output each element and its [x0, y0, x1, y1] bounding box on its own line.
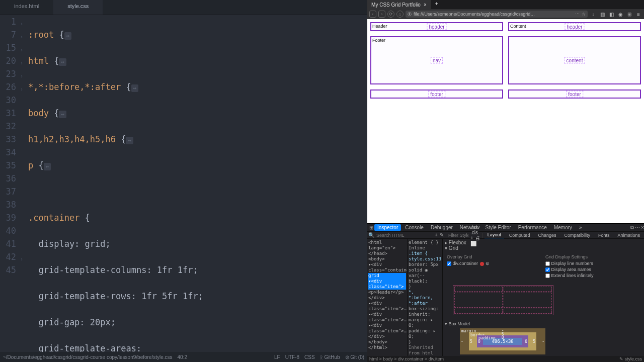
- opt-extend-lines[interactable]: Extend lines infinitely: [545, 273, 640, 278]
- gutter: 1 7 15 20 23 26 30 31 32 33 34 35 36 37 …: [0, 15, 20, 352]
- subtab-compat[interactable]: Compatibility: [561, 232, 593, 238]
- url-bar[interactable]: 🛈 file:///Users/someone/Documents/egghea…: [406, 11, 588, 18]
- library-icon[interactable]: ▥: [599, 12, 606, 17]
- grid-area-label: header: [427, 24, 446, 30]
- account-icon[interactable]: ◉: [617, 12, 624, 17]
- search-html-input[interactable]: [376, 233, 433, 238]
- lock-icon: 🛈: [408, 12, 412, 17]
- browser-chrome: My CSS Grid Portfolio × + ‹ › ⟳ ⌂ 🛈 file…: [367, 0, 644, 19]
- download-icon[interactable]: ↓: [590, 12, 597, 17]
- back-button[interactable]: ‹: [369, 11, 376, 18]
- grid-area-label: header: [565, 24, 584, 30]
- grid-cell: footer: [370, 89, 503, 99]
- tab-console[interactable]: Console: [402, 224, 427, 231]
- forward-button[interactable]: ›: [378, 11, 385, 18]
- tab-performance[interactable]: Performance: [515, 224, 550, 231]
- box-model-section: ▾ Box Model margin --- border 555: [445, 321, 642, 354]
- flexbox-section[interactable]: ▸ Flexbox: [445, 240, 642, 245]
- overlay-grid-header: Overlay Grid: [447, 254, 541, 259]
- grid-section[interactable]: ▾ Grid: [445, 245, 642, 251]
- subtab-fonts[interactable]: Fonts: [595, 232, 613, 238]
- tab-inspector[interactable]: Inspector: [374, 224, 401, 231]
- search-icon: 🔍: [368, 232, 374, 238]
- fold-column[interactable]: ›››››››: [20, 15, 28, 352]
- browser-pane: My CSS Grid Portfolio × + ‹ › ⟳ ⌂ 🛈 file…: [367, 0, 644, 362]
- grid-cell: footer: [508, 89, 641, 99]
- tab-style-css[interactable]: style.css: [53, 0, 103, 15]
- status-encoding[interactable]: UTF-8: [285, 354, 299, 360]
- layout-pane: ▸ Flexbox ▾ Grid Overlay Grid div.contai…: [443, 239, 644, 356]
- grid-cell: Footer nav: [370, 36, 503, 84]
- subtab-layout[interactable]: Layout: [485, 232, 504, 238]
- tab-index-html[interactable]: index.html: [0, 0, 53, 15]
- code-content[interactable]: :root {↔ html {↔ *,*:before,*:after {↔ b…: [28, 15, 367, 352]
- code-area[interactable]: 1 7 15 20 23 26 30 31 32 33 34 35 36 37 …: [0, 15, 367, 352]
- subtab-changes[interactable]: Changes: [535, 232, 559, 238]
- devtools-footer: html > body > div.container > div.item ✎…: [367, 356, 644, 362]
- devtools: ⊞ Inspector Console Debugger Network Sty…: [367, 223, 644, 362]
- add-icon[interactable]: +: [435, 232, 438, 238]
- opt-area-names[interactable]: Display area names: [545, 267, 640, 272]
- status-path: ~/Documents/egghead/cssgrid/cssgrid-cour…: [3, 354, 173, 360]
- close-icon[interactable]: ×: [424, 2, 427, 8]
- tab-memory[interactable]: Memory: [551, 224, 575, 231]
- breadcrumb[interactable]: html > body > div.container > div.item: [369, 356, 444, 361]
- subtab-animations[interactable]: Animations: [614, 232, 643, 238]
- devtools-tabs: ⊞ Inspector Console Debugger Network Sty…: [367, 224, 644, 232]
- browser-tab-title: My CSS Grid Portfolio: [371, 2, 421, 8]
- subtab-computed[interactable]: Computed: [506, 232, 533, 238]
- grid-area-label: footer: [428, 91, 445, 98]
- status-eol[interactable]: LF: [274, 354, 280, 360]
- editor-tabs: index.html style.css: [0, 0, 367, 15]
- dock-icon[interactable]: ⧉: [630, 225, 634, 231]
- statusbar: ~/Documents/egghead/cssgrid/cssgrid-cour…: [0, 352, 367, 362]
- box-model-diagram[interactable]: margin --- border 555 padding 000 48: [460, 328, 545, 354]
- grid-cell: Content header: [508, 22, 641, 31]
- grid-settings-header: Grid Display Settings: [545, 254, 640, 259]
- extensions-icon[interactable]: ⊞: [626, 12, 633, 17]
- star-icon[interactable]: ☆: [582, 12, 586, 17]
- status-lang[interactable]: CSS: [304, 354, 315, 360]
- status-git[interactable]: ⊘ Git (0): [345, 354, 365, 360]
- color-swatch[interactable]: [480, 262, 484, 266]
- grid-cell: content: [508, 36, 641, 84]
- eyedropper-icon[interactable]: ✎: [440, 232, 444, 238]
- grid-container: Header header Content header Footer nav …: [370, 22, 641, 99]
- grid-area-label: footer: [566, 91, 583, 98]
- opt-line-numbers[interactable]: Display line numbers: [545, 261, 640, 266]
- tab-debugger[interactable]: Debugger: [428, 224, 456, 231]
- reload-button[interactable]: ⟳: [387, 11, 394, 18]
- grid-preview: [453, 285, 553, 315]
- grid-area-label: content: [565, 57, 585, 64]
- grid-area-label: nav: [431, 57, 443, 64]
- menu-icon[interactable]: ≡: [635, 12, 642, 17]
- filter-styles-input[interactable]: [448, 233, 468, 238]
- status-github[interactable]: ᚱ GitHub: [320, 354, 340, 360]
- inspect-icon[interactable]: ⊞: [369, 225, 373, 230]
- tabs-overflow[interactable]: »: [576, 224, 585, 231]
- sidebar-icon[interactable]: ◧: [608, 12, 615, 17]
- overlay-container-checkbox[interactable]: div.container ⊚: [447, 261, 541, 266]
- editor-pane: index.html style.css 1 7 15 20 23 26 30 …: [0, 0, 367, 362]
- more-icon[interactable]: ⋯: [635, 225, 640, 230]
- new-tab-button[interactable]: +: [431, 0, 442, 9]
- grid-cell: Header header: [370, 22, 503, 31]
- styles-pane[interactable]: element { } Inline .item { style.css:13 …: [408, 239, 443, 356]
- dom-tree[interactable]: <html lang="en"></head> <body> ▾<div cla…: [367, 239, 408, 356]
- tab-style-editor[interactable]: Style Editor: [482, 224, 514, 231]
- close-icon[interactable]: ×: [641, 225, 644, 230]
- home-button[interactable]: ⌂: [396, 11, 404, 18]
- browser-tab[interactable]: My CSS Grid Portfolio ×: [367, 0, 431, 9]
- page-content: Header header Content header Footer nav …: [367, 19, 644, 223]
- status-cursor-pos: 40:2: [178, 354, 187, 360]
- url-text: file:///Users/someone/Documents/egghead/…: [414, 12, 535, 17]
